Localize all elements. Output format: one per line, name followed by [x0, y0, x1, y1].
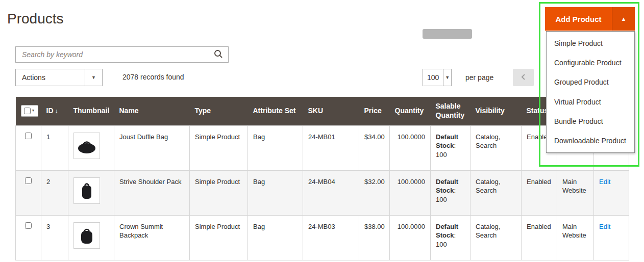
page-size-value: 100	[423, 69, 443, 86]
cell-name: Joust Duffle Bag	[114, 125, 190, 170]
duffle-bag-image	[76, 135, 98, 157]
cell-sku: 24-MB04	[303, 170, 359, 215]
table-row: 1 Joust Duffle Bag Simple Product Bag 24…	[16, 125, 629, 170]
previous-page-button[interactable]	[513, 69, 534, 86]
row-checkbox[interactable]	[25, 133, 32, 139]
search-icon	[214, 49, 223, 60]
product-thumbnail	[73, 177, 100, 204]
products-table: ▼ ID↓ Thumbnail Name Type Attribute Set …	[15, 97, 629, 260]
cell-action: Edit	[594, 215, 629, 260]
product-thumbnail	[73, 133, 100, 159]
column-header-sku[interactable]: SKU	[303, 97, 359, 125]
cell-websites: Main Website	[557, 170, 594, 215]
add-product-button[interactable]: Add Product	[545, 7, 612, 31]
edit-link[interactable]: Edit	[599, 223, 610, 230]
cell-salable-quantity: Default Stock: 100	[431, 125, 470, 170]
menu-item-simple-product[interactable]: Simple Product	[547, 34, 634, 53]
sort-desc-icon: ↓	[55, 108, 58, 115]
column-header-id[interactable]: ID↓	[41, 97, 68, 125]
products-page: Products Actions ▼ 2078 records found 10…	[0, 0, 644, 262]
product-thumbnail	[73, 222, 100, 249]
records-count: 2078 records found	[122, 73, 184, 81]
caret-up-icon: ▲	[621, 16, 627, 22]
column-header-attribute-set[interactable]: Attribute Set	[248, 97, 303, 125]
column-header-name[interactable]: Name	[114, 97, 190, 125]
cell-attribute-set: Bag	[248, 215, 303, 260]
cell-status: Enabled	[522, 215, 557, 260]
row-checkbox[interactable]	[25, 177, 32, 184]
cell-type: Simple Product	[190, 215, 248, 260]
keyword-search	[15, 46, 229, 63]
menu-item-configurable-product[interactable]: Configurable Product	[547, 53, 634, 72]
cell-quantity: 100.0000	[390, 170, 431, 215]
cell-name: Crown Summit Backpack	[114, 215, 190, 260]
cell-thumbnail	[68, 170, 114, 215]
table-row: 2 Strive Shoulder Pack Simple Product Ba…	[16, 170, 629, 215]
select-all-header: ▼	[16, 97, 41, 125]
add-product-toggle[interactable]: ▲	[612, 7, 635, 31]
column-header-thumbnail[interactable]: Thumbnail	[68, 97, 114, 125]
cell-attribute-set: Bag	[248, 125, 303, 170]
search-input[interactable]	[16, 47, 209, 62]
cell-action: Edit	[594, 170, 629, 215]
column-header-salable-quantity[interactable]: Salable Quantity	[431, 97, 470, 125]
chevron-down-icon: ▼	[32, 109, 35, 113]
column-header-type[interactable]: Type	[190, 97, 248, 125]
column-header-visibility[interactable]: Visibility	[470, 97, 522, 125]
cell-visibility: Catalog, Search	[470, 125, 522, 170]
table-row: 3 Crown Summit Backpack Simple Product B…	[16, 215, 629, 260]
cell-visibility: Catalog, Search	[470, 215, 522, 260]
table-header-row: ▼ ID↓ Thumbnail Name Type Attribute Set …	[16, 97, 629, 125]
page-size-dropdown[interactable]: 100 ▼	[423, 69, 452, 86]
cell-websites: Main Website	[557, 215, 594, 260]
cell-name: Strive Shoulder Pack	[114, 170, 190, 215]
cell-type: Simple Product	[190, 170, 248, 215]
cell-visibility: Catalog, Search	[470, 170, 522, 215]
actions-label: Actions	[16, 69, 85, 86]
search-button[interactable]	[209, 47, 228, 62]
menu-item-bundle-product[interactable]: Bundle Product	[547, 112, 634, 131]
cell-price: $38.00	[359, 215, 390, 260]
cell-quantity: 100.0000	[390, 125, 431, 170]
per-page-label: per page	[465, 73, 493, 82]
cell-id: 3	[41, 215, 68, 260]
select-all-checkbox[interactable]	[24, 108, 31, 114]
chevron-left-icon	[519, 72, 528, 83]
cell-id: 2	[41, 170, 68, 215]
add-product-split-button: Add Product ▲	[545, 7, 635, 31]
cell-sku: 24-MB03	[303, 215, 359, 260]
cell-quantity: 100.0000	[390, 215, 431, 260]
cell-price: $34.00	[359, 125, 390, 170]
edit-link[interactable]: Edit	[599, 178, 610, 186]
column-header-price[interactable]: Price	[359, 97, 390, 125]
menu-item-grouped-product[interactable]: Grouped Product	[547, 72, 634, 92]
add-product-menu: Simple Product Configurable Product Grou…	[546, 31, 635, 153]
shoulder-pack-image	[76, 179, 98, 202]
cell-price: $32.00	[359, 170, 390, 215]
cell-sku: 24-MB01	[303, 125, 359, 170]
chevron-down-icon: ▼	[443, 69, 451, 86]
actions-dropdown[interactable]: Actions ▼	[15, 69, 103, 86]
cell-thumbnail	[68, 125, 114, 170]
menu-item-downloadable-product[interactable]: Downloadable Product	[547, 131, 634, 150]
cell-status: Enabled	[522, 170, 557, 215]
menu-item-virtual-product[interactable]: Virtual Product	[547, 92, 634, 112]
cell-salable-quantity: Default Stock: 100	[431, 215, 470, 260]
select-all-dropdown[interactable]: ▼	[21, 105, 38, 117]
chevron-down-icon: ▼	[85, 69, 102, 86]
cell-id: 1	[41, 125, 68, 170]
page-title: Products	[7, 11, 64, 27]
cell-attribute-set: Bag	[248, 170, 303, 215]
cell-salable-quantity: Default Stock: 100	[431, 170, 470, 215]
cell-thumbnail	[68, 215, 114, 260]
backpack-image	[76, 224, 98, 247]
cell-type: Simple Product	[190, 125, 248, 170]
column-header-quantity[interactable]: Quantity	[390, 97, 431, 125]
row-checkbox[interactable]	[25, 222, 32, 229]
filters-button-partial	[423, 29, 472, 39]
